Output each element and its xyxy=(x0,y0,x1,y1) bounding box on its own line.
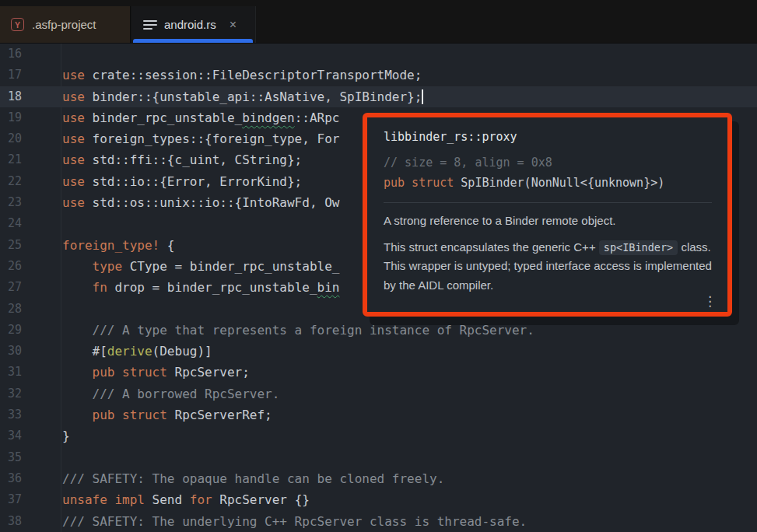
code-text: unsafe impl Send for RpcServer {} xyxy=(53,489,310,510)
code-line[interactable]: 35 xyxy=(0,447,757,468)
code-line[interactable]: 29 /// A type that represents a foreign … xyxy=(0,320,757,341)
code-text: pub struct RpcServer; xyxy=(53,362,250,383)
line-number[interactable]: 37 xyxy=(0,489,53,510)
popup-symbol-path: libbinder_rs::proxy xyxy=(384,129,712,145)
code-line[interactable]: 33 pub struct RpcServerRef; xyxy=(0,404,757,425)
code-line[interactable]: 36/// SAFETY: The opaque handle can be c… xyxy=(0,468,757,489)
tab-android-rs[interactable]: android.rs × xyxy=(131,6,256,43)
code-text: use std::ffi::{c_uint, CString}; xyxy=(53,149,302,170)
more-options-icon[interactable]: ⋮ xyxy=(703,295,717,308)
code-text: use foreign_types::{foreign_type, For xyxy=(53,128,339,149)
code-line[interactable]: 16 xyxy=(0,44,757,65)
line-number[interactable]: 18 xyxy=(0,86,53,107)
code-text: type CType = binder_rpc_unstable_ xyxy=(53,256,339,277)
code-text: use crate::session::FileDescriptorTransp… xyxy=(53,65,422,86)
line-number[interactable]: 34 xyxy=(0,425,53,446)
code-text: use binder_rpc_unstable_bindgen::ARpc xyxy=(53,107,339,128)
popup-size-comment: // size = 8, align = 0x8 xyxy=(384,155,712,171)
code-text: /// SAFETY: The underlying C++ RpcServer… xyxy=(53,511,527,532)
code-line[interactable]: 32 /// A borrowed RpcServer. xyxy=(0,383,757,404)
code-text: /// A type that represents a foreign ins… xyxy=(53,320,534,341)
line-number[interactable]: 25 xyxy=(0,235,53,256)
line-number[interactable]: 21 xyxy=(0,149,53,170)
line-number[interactable]: 20 xyxy=(0,128,53,149)
code-text: /// SAFETY: The opaque handle can be clo… xyxy=(53,468,444,489)
line-number[interactable]: 26 xyxy=(0,256,53,277)
gutter-divider xyxy=(61,44,61,532)
popup-paragraph: This struct encapsulates the generic C++… xyxy=(384,238,712,296)
code-line[interactable]: 34} xyxy=(0,425,757,446)
inline-code-chip: sp<IBinder> xyxy=(599,240,678,255)
text-cursor xyxy=(422,89,423,104)
line-number[interactable]: 22 xyxy=(0,171,53,192)
tab-label: .asfp-project xyxy=(32,18,96,31)
doc-hover-popup: libbinder_rs::proxy // size = 8, align =… xyxy=(363,113,732,317)
line-number[interactable]: 38 xyxy=(0,511,53,532)
line-number[interactable]: 23 xyxy=(0,192,53,213)
code-line[interactable]: 17use crate::session::FileDescriptorTran… xyxy=(0,65,757,86)
line-number[interactable]: 16 xyxy=(0,44,53,65)
popup-description: A strong reference to a Binder remote ob… xyxy=(384,212,712,295)
line-number[interactable]: 17 xyxy=(0,65,53,86)
close-tab-icon[interactable]: × xyxy=(230,19,237,31)
line-number[interactable]: 28 xyxy=(0,299,53,320)
line-number[interactable]: 29 xyxy=(0,320,53,341)
popup-divider xyxy=(384,202,712,203)
code-text: #[derive(Debug)] xyxy=(53,341,212,362)
popup-signature: pub struct SpIBinder(NonNull<{unknown}>) xyxy=(384,175,712,191)
tab-label: android.rs xyxy=(164,18,216,31)
code-text: use std::io::{Error, ErrorKind}; xyxy=(53,171,302,192)
line-number[interactable]: 24 xyxy=(0,213,53,234)
code-text: use std::os::unix::io::{IntoRawFd, Ow xyxy=(53,192,339,213)
line-number[interactable]: 31 xyxy=(0,362,53,383)
code-line[interactable]: 38/// SAFETY: The underlying C++ RpcServ… xyxy=(0,511,757,532)
text-lines-icon xyxy=(143,20,157,30)
active-tab-indicator xyxy=(133,39,253,43)
yaml-file-icon: Y xyxy=(11,18,24,31)
line-number[interactable]: 19 xyxy=(0,107,53,128)
line-number[interactable]: 32 xyxy=(0,383,53,404)
tab-bar: Y .asfp-project android.rs × xyxy=(0,0,757,44)
code-line[interactable]: 37unsafe impl Send for RpcServer {} xyxy=(0,489,757,510)
code-text: pub struct RpcServerRef; xyxy=(53,404,272,425)
editor-window: Y .asfp-project android.rs × 1617use cra… xyxy=(0,0,757,532)
popup-paragraph: A strong reference to a Binder remote ob… xyxy=(384,212,712,231)
code-text: foreign_type! { xyxy=(53,235,175,256)
code-line[interactable]: 30 #[derive(Debug)] xyxy=(0,341,757,362)
code-text: fn drop = binder_rpc_unstable_bin xyxy=(53,277,339,298)
line-number[interactable]: 27 xyxy=(0,277,53,298)
tab-asfp-project[interactable]: Y .asfp-project xyxy=(0,6,131,43)
line-number[interactable]: 36 xyxy=(0,468,53,489)
line-number[interactable]: 30 xyxy=(0,341,53,362)
code-text: use binder::{unstable_api::AsNative, SpI… xyxy=(53,86,423,107)
code-line[interactable]: 18use binder::{unstable_api::AsNative, S… xyxy=(0,86,757,107)
line-number[interactable]: 35 xyxy=(0,447,53,468)
code-text: /// A borrowed RpcServer. xyxy=(53,383,279,404)
code-line[interactable]: 31 pub struct RpcServer; xyxy=(0,362,757,383)
line-number[interactable]: 33 xyxy=(0,404,53,425)
